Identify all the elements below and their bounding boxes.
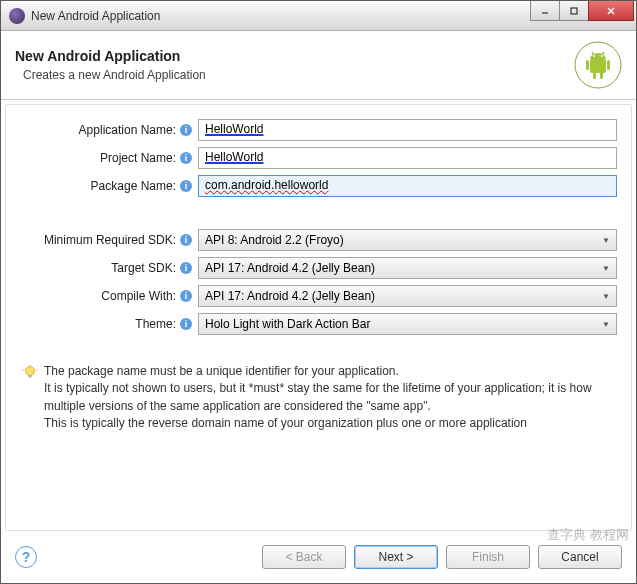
- svg-rect-15: [29, 375, 32, 378]
- chevron-down-icon: ▼: [602, 236, 610, 245]
- target-sdk-select[interactable]: API 17: Android 4.2 (Jelly Bean)▼: [198, 257, 617, 279]
- package-name-input[interactable]: com.android.helloworld: [198, 175, 617, 197]
- compile-select[interactable]: API 17: Android 4.2 (Jelly Bean)▼: [198, 285, 617, 307]
- svg-line-11: [602, 52, 604, 55]
- info-icon[interactable]: i: [180, 124, 192, 136]
- compile-label: Compile With:: [20, 289, 178, 303]
- info-icon[interactable]: i: [180, 234, 192, 246]
- close-button[interactable]: [588, 1, 634, 21]
- min-sdk-select[interactable]: API 8: Android 2.2 (Froyo)▼: [198, 229, 617, 251]
- svg-rect-7: [607, 60, 610, 70]
- svg-rect-1: [571, 8, 577, 14]
- hint-box: The package name must be a unique identi…: [20, 363, 617, 433]
- svg-point-13: [601, 55, 603, 57]
- hint-line: The package name must be a unique identi…: [44, 363, 615, 380]
- theme-label: Theme:: [20, 317, 178, 331]
- svg-rect-9: [600, 72, 603, 79]
- cancel-button[interactable]: Cancel: [538, 545, 622, 569]
- info-icon[interactable]: i: [180, 290, 192, 302]
- svg-rect-5: [590, 59, 606, 73]
- minimize-button[interactable]: [530, 1, 560, 21]
- svg-rect-8: [593, 72, 596, 79]
- project-name-label: Project Name:: [20, 151, 178, 165]
- hint-line: This is typically the reverse domain nam…: [44, 415, 615, 432]
- page-subtitle: Creates a new Android Application: [15, 68, 574, 82]
- info-icon[interactable]: i: [180, 180, 192, 192]
- dialog-window: New Android Application New Android Appl…: [0, 0, 637, 584]
- android-icon: [574, 41, 622, 89]
- next-button[interactable]: Next >: [354, 545, 438, 569]
- back-button[interactable]: < Back: [262, 545, 346, 569]
- svg-line-10: [592, 52, 594, 55]
- wizard-footer: ? < Back Next > Finish Cancel: [1, 535, 636, 583]
- eclipse-icon: [9, 8, 25, 24]
- info-icon[interactable]: i: [180, 262, 192, 274]
- window-title: New Android Application: [31, 9, 531, 23]
- svg-point-14: [26, 367, 35, 376]
- maximize-button[interactable]: [559, 1, 589, 21]
- wizard-content: Application Name: i HelloWorld Project N…: [5, 104, 632, 531]
- app-name-label: Application Name:: [20, 123, 178, 137]
- hint-line: It is typically not shown to users, but …: [44, 380, 615, 415]
- page-title: New Android Application: [15, 48, 574, 64]
- lightbulb-icon: [22, 364, 38, 380]
- chevron-down-icon: ▼: [602, 264, 610, 273]
- svg-rect-6: [586, 60, 589, 70]
- info-icon[interactable]: i: [180, 318, 192, 330]
- chevron-down-icon: ▼: [602, 292, 610, 301]
- chevron-down-icon: ▼: [602, 320, 610, 329]
- target-sdk-label: Target SDK:: [20, 261, 178, 275]
- finish-button[interactable]: Finish: [446, 545, 530, 569]
- package-name-label: Package Name:: [20, 179, 178, 193]
- help-button[interactable]: ?: [15, 546, 37, 568]
- info-icon[interactable]: i: [180, 152, 192, 164]
- theme-select[interactable]: Holo Light with Dark Action Bar▼: [198, 313, 617, 335]
- min-sdk-label: Minimum Required SDK:: [20, 233, 178, 247]
- wizard-header: New Android Application Creates a new An…: [1, 31, 636, 100]
- project-name-input[interactable]: HelloWorld: [198, 147, 617, 169]
- titlebar[interactable]: New Android Application: [1, 1, 636, 31]
- app-name-input[interactable]: HelloWorld: [198, 119, 617, 141]
- svg-point-12: [593, 55, 595, 57]
